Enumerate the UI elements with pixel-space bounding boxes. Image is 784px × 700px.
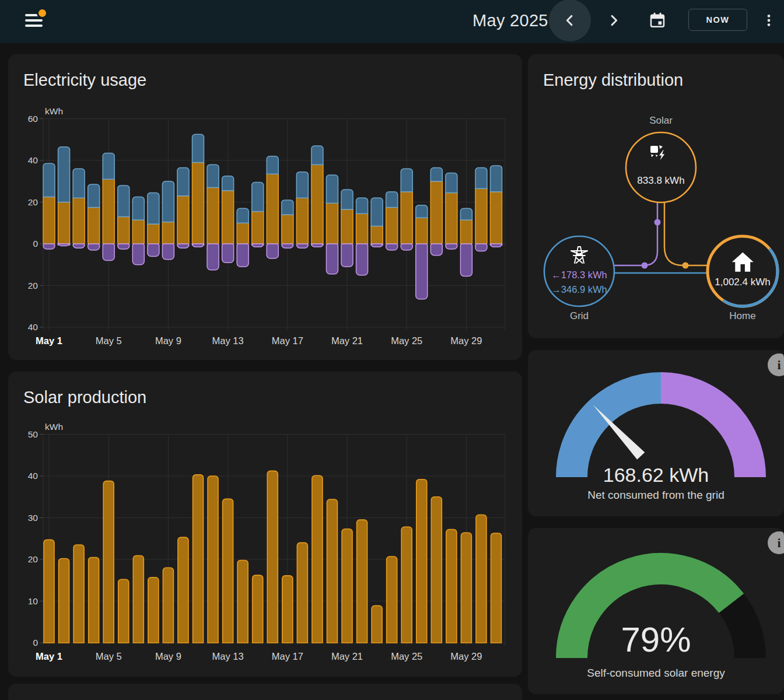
svg-text:20: 20 (28, 197, 38, 207)
svg-text:May 17: May 17 (272, 335, 303, 346)
svg-text:40: 40 (28, 471, 38, 481)
home-node-label: Home (702, 310, 783, 322)
flow-dot-purple-2 (642, 262, 648, 269)
svg-text:May 1: May 1 (36, 651, 62, 662)
overflow-menu-button[interactable] (750, 0, 784, 41)
self-consumed-gauge-value: 79% (528, 620, 784, 660)
svg-text:40: 40 (28, 322, 38, 332)
svg-text:40: 40 (28, 155, 38, 165)
svg-text:10: 10 (28, 596, 38, 606)
svg-text:kWh: kWh (45, 422, 63, 432)
grid-consume-value: →346.9 kWh (533, 284, 626, 295)
chevron-right-icon (606, 12, 622, 29)
solar-production-card: Solar production 50403020100kWhMay 1May … (8, 372, 522, 677)
svg-text:May 5: May 5 (96, 651, 122, 662)
svg-text:May 21: May 21 (331, 335, 363, 346)
home-node-value: 1,002.4 kWh (702, 276, 783, 288)
energy-flow-diagram (528, 54, 784, 338)
net-grid-gauge-card: 168.62 kWh Net consumed from the grid i (528, 350, 784, 516)
dots-vertical-icon (761, 13, 776, 28)
solar-node-value: 833.8 kWh (620, 175, 702, 187)
self-consumed-gauge-card: 79% Self-consumed solar energy i (528, 528, 784, 694)
flow-dot-purple (654, 219, 661, 226)
chevron-left-icon (562, 12, 578, 29)
solar-node-label: Solar (620, 115, 702, 127)
app-bar: May 2025 NOW (0, 0, 784, 43)
flow-dot-orange (682, 262, 689, 269)
svg-text:May 9: May 9 (155, 335, 181, 346)
svg-text:May 21: May 21 (331, 651, 363, 662)
notification-badge (37, 8, 48, 19)
previous-period-button[interactable] (549, 0, 591, 41)
calendar-icon (649, 12, 666, 29)
grid-return-value: ←178.3 kWh (533, 270, 626, 281)
electricity-usage-chart[interactable]: 60402002040kWhMay 1May 5May 9May 13May 1… (8, 54, 522, 360)
self-consumed-gauge-caption: Self-consumed solar energy (528, 667, 784, 680)
svg-text:May 29: May 29 (450, 335, 482, 346)
energy-distribution-card: Energy distribution (528, 54, 784, 338)
solar-node-ring (626, 132, 696, 202)
net-grid-gauge-caption: Net consumed from the grid (528, 489, 784, 502)
menu-button[interactable] (18, 5, 51, 38)
next-period-button[interactable] (593, 0, 635, 41)
electricity-usage-card: Electricity usage 60402002040kWhMay 1May… (8, 54, 522, 360)
svg-text:60: 60 (28, 114, 38, 124)
grid-node-label: Grid (538, 310, 620, 322)
partial-bottom-card (8, 684, 522, 700)
svg-text:50: 50 (28, 429, 38, 439)
calendar-button[interactable] (636, 0, 678, 41)
svg-text:0: 0 (33, 638, 38, 648)
svg-text:May 1: May 1 (36, 335, 62, 346)
svg-text:May 17: May 17 (272, 651, 303, 662)
now-button[interactable]: NOW (688, 9, 747, 31)
svg-text:May 9: May 9 (155, 651, 181, 662)
svg-text:0: 0 (33, 239, 38, 249)
svg-text:May 5: May 5 (96, 335, 122, 346)
solar-production-chart[interactable]: 50403020100kWhMay 1May 5May 9May 13May 1… (8, 372, 522, 677)
svg-text:May 25: May 25 (391, 335, 422, 346)
flow-line-grid-return (614, 202, 657, 265)
svg-text:kWh: kWh (45, 106, 63, 116)
svg-text:May 25: May 25 (391, 651, 422, 662)
svg-text:May 29: May 29 (450, 651, 482, 662)
svg-text:20: 20 (28, 281, 38, 290)
svg-text:20: 20 (28, 554, 38, 564)
svg-text:May 13: May 13 (212, 651, 244, 662)
flow-line-solar-to-home (664, 202, 708, 265)
period-label: May 2025 (473, 11, 548, 30)
svg-text:May 13: May 13 (212, 335, 244, 346)
net-grid-gauge-value: 168.62 kWh (528, 464, 784, 487)
svg-text:30: 30 (28, 513, 38, 523)
